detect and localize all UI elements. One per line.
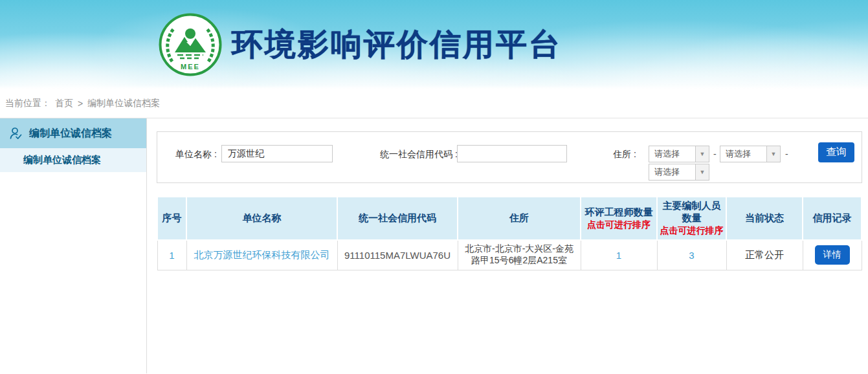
breadcrumb-prefix: 当前位置：: [5, 98, 50, 109]
credit-code-input[interactable]: [457, 145, 567, 162]
cell-index: 1: [157, 240, 186, 270]
site-banner: MEE 环境影响评价信用平台: [0, 0, 868, 89]
engineer-count-link[interactable]: 1: [616, 250, 621, 261]
col-credit-record: 信用记录: [803, 197, 862, 240]
unit-name-input[interactable]: [221, 145, 333, 162]
breadcrumb-current: 编制单位诚信档案: [87, 98, 160, 109]
detail-button[interactable]: 详情: [815, 245, 850, 265]
address-label: 住所 :: [613, 145, 636, 163]
cell-staff-count: 3: [657, 240, 726, 270]
col-unit-name: 单位名称: [186, 197, 337, 240]
col-address: 住所: [458, 197, 581, 240]
credit-code-label: 统一社会信用代码 :: [380, 145, 458, 163]
address-dash: -: [785, 146, 788, 162]
sidebar: 编制单位诚信档案 编制单位诚信档案: [0, 118, 147, 373]
svg-text:MEE: MEE: [181, 63, 200, 71]
sidebar-header-credit-archive[interactable]: 编制单位诚信档案: [0, 118, 146, 148]
unit-name-label: 单位名称 :: [175, 145, 217, 163]
result-table: 序号 单位名称 统一社会信用代码 住所 环评工程师数量 点击可进行排序 主要编制…: [157, 196, 862, 270]
province-select-value: 请选择: [649, 146, 695, 162]
col-status: 当前状态: [726, 197, 803, 240]
cell-engineer-count: 1: [581, 240, 657, 270]
search-panel: 单位名称 : 统一社会信用代码 : 住所 : 请选择 ▼ - 请选择 ▼ - 请…: [157, 131, 862, 183]
chevron-down-icon[interactable]: ▼: [766, 146, 780, 162]
col-engineer-count-sortable[interactable]: 环评工程师数量 点击可进行排序: [581, 197, 657, 240]
col-credit-code: 统一社会信用代码: [337, 197, 458, 240]
breadcrumb: 当前位置： 首页 > 编制单位诚信档案: [0, 89, 868, 118]
user-check-icon: [8, 126, 23, 140]
unit-name-link[interactable]: 北京万源世纪环保科技有限公司: [194, 249, 330, 260]
breadcrumb-separator: >: [78, 98, 83, 109]
site-title: 环境影响评价信用平台: [232, 24, 562, 65]
chevron-down-icon[interactable]: ▼: [695, 146, 709, 162]
cell-unit-name: 北京万源世纪环保科技有限公司: [186, 240, 337, 270]
city-select[interactable]: 请选择 ▼: [720, 146, 781, 162]
table-row: 1 北京万源世纪环保科技有限公司 91110115MA7LWUA76U 北京市-…: [157, 240, 862, 270]
chevron-down-icon[interactable]: ▼: [695, 164, 709, 180]
table-header-row: 序号 单位名称 统一社会信用代码 住所 环评工程师数量 点击可进行排序 主要编制…: [157, 197, 862, 240]
address-dash: -: [713, 146, 717, 162]
breadcrumb-home-link[interactable]: 首页: [55, 98, 73, 109]
province-select[interactable]: 请选择 ▼: [649, 146, 709, 162]
district-select-value: 请选择: [649, 164, 695, 180]
cell-address: 北京市-北京市-大兴区-金苑路甲15号6幢2层A215室: [458, 240, 581, 270]
main-content: 单位名称 : 统一社会信用代码 : 住所 : 请选择 ▼ - 请选择 ▼ - 请…: [147, 118, 868, 373]
city-select-value: 请选择: [720, 146, 766, 162]
query-button[interactable]: 查询: [818, 142, 854, 162]
cell-credit-code: 91110115MA7LWUA76U: [337, 240, 458, 270]
page: MEE 环境影响评价信用平台 当前位置： 首页 > 编制单位诚信档案 编制单位诚…: [0, 0, 868, 374]
staff-count-link[interactable]: 3: [689, 250, 694, 261]
sidebar-header-label: 编制单位诚信档案: [29, 127, 112, 140]
cell-action: 详情: [803, 240, 862, 270]
sort-hint: 点击可进行排序: [583, 219, 655, 231]
mee-logo-icon: MEE: [158, 12, 223, 77]
sidebar-item-credit-archive[interactable]: 编制单位诚信档案: [0, 148, 146, 172]
district-select[interactable]: 请选择 ▼: [649, 164, 709, 181]
cell-status: 正常公开: [726, 240, 803, 270]
col-index: 序号: [157, 197, 186, 240]
sort-hint: 点击可进行排序: [659, 225, 724, 237]
col-staff-count-sortable[interactable]: 主要编制人员数量 点击可进行排序: [657, 197, 726, 240]
